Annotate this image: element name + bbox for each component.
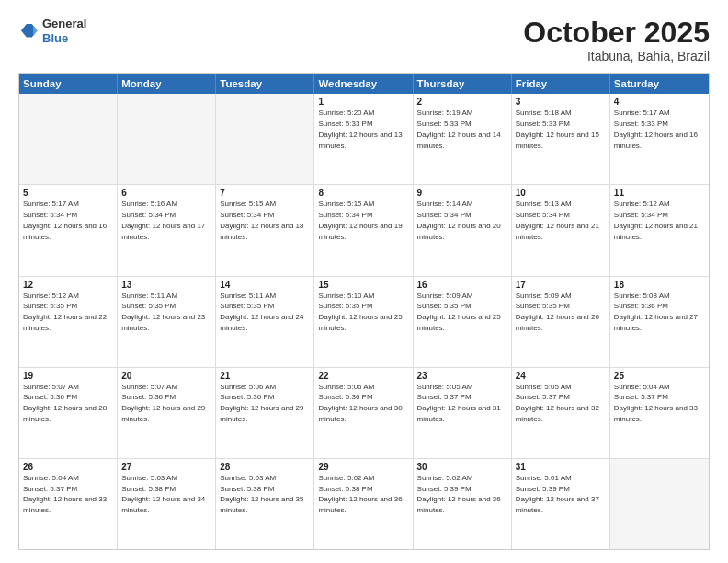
- page-header: General Blue October 2025 Itabuna, Bahia…: [18, 17, 710, 63]
- table-row: 3Sunrise: 5:18 AMSunset: 5:33 PMDaylight…: [512, 94, 610, 184]
- month-year: October 2025: [523, 17, 710, 49]
- day-number: 23: [417, 371, 507, 381]
- table-row: 11Sunrise: 5:12 AMSunset: 5:34 PMDayligh…: [610, 185, 709, 275]
- day-number: 21: [220, 371, 310, 381]
- table-row: 25Sunrise: 5:04 AMSunset: 5:37 PMDayligh…: [610, 368, 709, 458]
- header-saturday: Saturday: [610, 74, 709, 94]
- table-row: 2Sunrise: 5:19 AMSunset: 5:33 PMDaylight…: [414, 94, 512, 184]
- title-block: October 2025 Itabuna, Bahia, Brazil: [523, 17, 710, 63]
- table-row: 29Sunrise: 5:02 AMSunset: 5:38 PMDayligh…: [314, 459, 413, 549]
- cell-info: Sunrise: 5:12 AMSunset: 5:35 PMDaylight:…: [23, 292, 107, 332]
- cell-info: Sunrise: 5:14 AMSunset: 5:34 PMDaylight:…: [417, 200, 501, 240]
- cell-info: Sunrise: 5:01 AMSunset: 5:39 PMDaylight:…: [516, 474, 599, 514]
- table-row: 30Sunrise: 5:02 AMSunset: 5:39 PMDayligh…: [414, 459, 512, 549]
- cell-info: Sunrise: 5:05 AMSunset: 5:37 PMDaylight:…: [516, 383, 599, 423]
- table-row: 23Sunrise: 5:05 AMSunset: 5:37 PMDayligh…: [414, 368, 512, 458]
- table-row: 5Sunrise: 5:17 AMSunset: 5:34 PMDaylight…: [19, 185, 118, 275]
- cell-info: Sunrise: 5:15 AMSunset: 5:34 PMDaylight:…: [318, 200, 402, 240]
- cell-info: Sunrise: 5:07 AMSunset: 5:36 PMDaylight:…: [23, 383, 107, 423]
- day-number: 31: [516, 462, 606, 472]
- day-number: 15: [318, 280, 408, 290]
- calendar-header: Sunday Monday Tuesday Wednesday Thursday…: [19, 74, 709, 94]
- cell-info: Sunrise: 5:15 AMSunset: 5:34 PMDaylight:…: [220, 200, 303, 240]
- header-monday: Monday: [118, 74, 216, 94]
- cell-info: Sunrise: 5:11 AMSunset: 5:35 PMDaylight:…: [220, 292, 303, 332]
- day-number: 9: [417, 188, 507, 198]
- table-row: 17Sunrise: 5:09 AMSunset: 5:35 PMDayligh…: [512, 277, 610, 367]
- day-number: 2: [417, 97, 507, 107]
- table-row: 19Sunrise: 5:07 AMSunset: 5:36 PMDayligh…: [19, 368, 118, 458]
- table-row: 15Sunrise: 5:10 AMSunset: 5:35 PMDayligh…: [314, 277, 413, 367]
- cell-info: Sunrise: 5:04 AMSunset: 5:37 PMDaylight:…: [23, 474, 107, 514]
- day-number: 26: [23, 462, 113, 472]
- cell-info: Sunrise: 5:13 AMSunset: 5:34 PMDaylight:…: [516, 200, 599, 240]
- day-number: 16: [417, 280, 507, 290]
- day-number: 4: [614, 97, 705, 107]
- table-row: 1Sunrise: 5:20 AMSunset: 5:33 PMDaylight…: [314, 94, 413, 184]
- day-number: 17: [516, 280, 606, 290]
- day-number: 19: [23, 371, 113, 381]
- table-row: 21Sunrise: 5:06 AMSunset: 5:36 PMDayligh…: [216, 368, 314, 458]
- cell-info: Sunrise: 5:20 AMSunset: 5:33 PMDaylight:…: [318, 109, 402, 149]
- cell-info: Sunrise: 5:06 AMSunset: 5:36 PMDaylight:…: [318, 383, 402, 423]
- day-number: 13: [121, 280, 211, 290]
- cell-info: Sunrise: 5:18 AMSunset: 5:33 PMDaylight:…: [516, 109, 599, 149]
- logo-icon: [18, 21, 39, 41]
- cell-info: Sunrise: 5:16 AMSunset: 5:34 PMDaylight:…: [121, 200, 205, 240]
- day-number: 8: [318, 188, 408, 198]
- table-row: [610, 459, 709, 549]
- table-row: 22Sunrise: 5:06 AMSunset: 5:36 PMDayligh…: [314, 368, 413, 458]
- header-tuesday: Tuesday: [216, 74, 314, 94]
- table-row: 8Sunrise: 5:15 AMSunset: 5:34 PMDaylight…: [314, 185, 413, 275]
- cell-info: Sunrise: 5:17 AMSunset: 5:34 PMDaylight:…: [23, 200, 107, 240]
- day-number: 14: [220, 280, 310, 290]
- table-row: 18Sunrise: 5:08 AMSunset: 5:36 PMDayligh…: [610, 277, 709, 367]
- table-row: 16Sunrise: 5:09 AMSunset: 5:35 PMDayligh…: [414, 277, 512, 367]
- day-number: 29: [318, 462, 408, 472]
- table-row: 31Sunrise: 5:01 AMSunset: 5:39 PMDayligh…: [512, 459, 610, 549]
- cell-info: Sunrise: 5:12 AMSunset: 5:34 PMDaylight:…: [614, 200, 698, 240]
- header-thursday: Thursday: [414, 74, 512, 94]
- cell-info: Sunrise: 5:02 AMSunset: 5:39 PMDaylight:…: [417, 474, 501, 514]
- table-row: 7Sunrise: 5:15 AMSunset: 5:34 PMDaylight…: [216, 185, 314, 275]
- cell-info: Sunrise: 5:08 AMSunset: 5:36 PMDaylight:…: [614, 292, 698, 332]
- calendar-row: 26Sunrise: 5:04 AMSunset: 5:37 PMDayligh…: [19, 459, 709, 549]
- table-row: [19, 94, 118, 184]
- calendar-body: 1Sunrise: 5:20 AMSunset: 5:33 PMDaylight…: [19, 94, 709, 549]
- logo-text: General Blue: [42, 17, 86, 45]
- calendar-row: 5Sunrise: 5:17 AMSunset: 5:34 PMDaylight…: [19, 185, 709, 276]
- cell-info: Sunrise: 5:03 AMSunset: 5:38 PMDaylight:…: [220, 474, 303, 514]
- logo: General Blue: [18, 17, 86, 45]
- calendar-row: 12Sunrise: 5:12 AMSunset: 5:35 PMDayligh…: [19, 277, 709, 368]
- svg-marker-1: [33, 25, 37, 36]
- day-number: 5: [23, 188, 113, 198]
- table-row: 12Sunrise: 5:12 AMSunset: 5:35 PMDayligh…: [19, 277, 118, 367]
- day-number: 18: [614, 280, 705, 290]
- table-row: 13Sunrise: 5:11 AMSunset: 5:35 PMDayligh…: [118, 277, 216, 367]
- header-friday: Friday: [512, 74, 610, 94]
- day-number: 3: [516, 97, 606, 107]
- calendar-row: 1Sunrise: 5:20 AMSunset: 5:33 PMDaylight…: [19, 94, 709, 185]
- cell-info: Sunrise: 5:06 AMSunset: 5:36 PMDaylight:…: [220, 383, 303, 423]
- calendar: Sunday Monday Tuesday Wednesday Thursday…: [18, 73, 710, 550]
- day-number: 30: [417, 462, 507, 472]
- cell-info: Sunrise: 5:19 AMSunset: 5:33 PMDaylight:…: [417, 109, 501, 149]
- cell-info: Sunrise: 5:17 AMSunset: 5:33 PMDaylight:…: [614, 109, 698, 149]
- table-row: 27Sunrise: 5:03 AMSunset: 5:38 PMDayligh…: [118, 459, 216, 549]
- day-number: 6: [121, 188, 211, 198]
- table-row: [118, 94, 216, 184]
- location: Itabuna, Bahia, Brazil: [523, 49, 710, 63]
- day-number: 22: [318, 371, 408, 381]
- table-row: 9Sunrise: 5:14 AMSunset: 5:34 PMDaylight…: [414, 185, 512, 275]
- day-number: 28: [220, 462, 310, 472]
- day-number: 27: [121, 462, 211, 472]
- table-row: 28Sunrise: 5:03 AMSunset: 5:38 PMDayligh…: [216, 459, 314, 549]
- cell-info: Sunrise: 5:02 AMSunset: 5:38 PMDaylight:…: [318, 474, 402, 514]
- cell-info: Sunrise: 5:09 AMSunset: 5:35 PMDaylight:…: [516, 292, 599, 332]
- day-number: 20: [121, 371, 211, 381]
- cell-info: Sunrise: 5:10 AMSunset: 5:35 PMDaylight:…: [318, 292, 402, 332]
- cell-info: Sunrise: 5:07 AMSunset: 5:36 PMDaylight:…: [121, 383, 205, 423]
- header-sunday: Sunday: [19, 74, 118, 94]
- table-row: 24Sunrise: 5:05 AMSunset: 5:37 PMDayligh…: [512, 368, 610, 458]
- calendar-row: 19Sunrise: 5:07 AMSunset: 5:36 PMDayligh…: [19, 368, 709, 459]
